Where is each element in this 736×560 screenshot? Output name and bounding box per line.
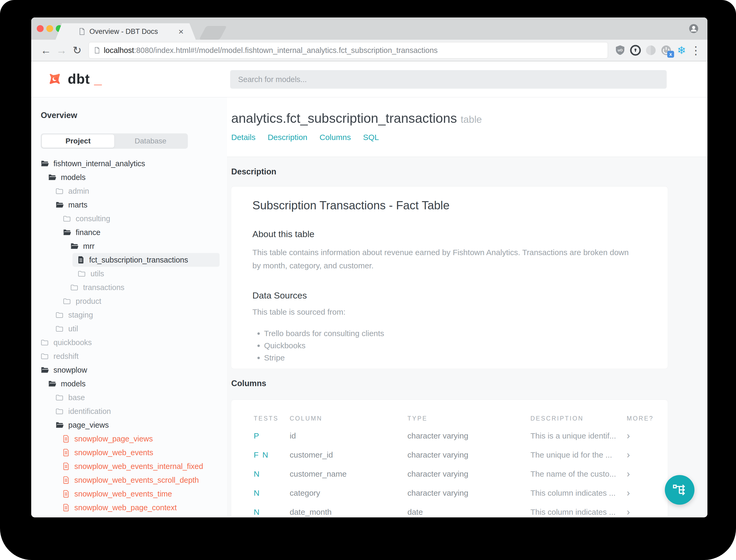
data-sources-list: Trello boards for consulting clientsQuic…	[253, 327, 647, 364]
project-database-toggle: Project Database	[41, 133, 188, 149]
tree-item-models[interactable]: models	[31, 170, 227, 184]
back-button-icon[interactable]: ←	[38, 45, 54, 56]
more-chevron-icon[interactable]: ›	[627, 468, 645, 480]
tree-item-label: snowplow_web_events_internal_fixed	[74, 462, 203, 471]
tree-item-snowplow_web_events_scroll_depth[interactable]: snowplow_web_events_scroll_depth	[31, 473, 227, 487]
tree-item-fishtown_internal_analytics[interactable]: fishtown_internal_analytics	[31, 157, 227, 170]
column-row-customer_id[interactable]: F Ncustomer_idcharacter varyingThe uniqu…	[254, 445, 645, 464]
tests-cell: P	[254, 431, 290, 440]
column-row-customer_name[interactable]: Ncustomer_namecharacter varyingThe name …	[254, 464, 645, 484]
search-input[interactable]	[230, 70, 667, 89]
tab-database[interactable]: Database	[114, 134, 187, 148]
tree-item-base[interactable]: base	[31, 391, 227, 404]
tree-item-snowplow_page_views[interactable]: snowplow_page_views	[31, 432, 227, 446]
folder-closed-icon	[56, 408, 64, 415]
tree-item-snowplow_web_events_internal_fixed[interactable]: snowplow_web_events_internal_fixed	[31, 459, 227, 473]
folder-closed-icon	[56, 394, 64, 401]
close-window-button[interactable]	[37, 25, 44, 32]
tab-project[interactable]: Project	[42, 134, 114, 148]
tree-item-quickbooks[interactable]: quickbooks	[31, 336, 227, 349]
folder-closed-icon	[63, 215, 71, 222]
tree-item-snowplow_web_page_context[interactable]: snowplow_web_page_context	[31, 501, 227, 514]
dbt-logo-cursor: _	[94, 71, 102, 87]
data-source-item: Trello boards for consulting clients	[264, 327, 647, 340]
browser-tab-strip: Overview - DBT Docs ×	[31, 17, 707, 40]
tree-item-transactions[interactable]: transactions	[31, 281, 227, 294]
type-cell: character varying	[407, 469, 530, 478]
tree-item-snowplow_web_events[interactable]: snowplow_web_events	[31, 446, 227, 459]
dbt-logo[interactable]: dbt_	[46, 70, 102, 88]
page-title-badge: table	[460, 114, 482, 125]
nav-link-columns[interactable]: Columns	[320, 133, 351, 142]
folder-open-icon	[70, 243, 78, 250]
about-heading: About this table	[253, 228, 647, 240]
folder-closed-icon	[78, 270, 86, 277]
tree-item-util[interactable]: util	[31, 322, 227, 336]
window-controls	[37, 25, 63, 32]
tree-item-fct_subscription_transactions[interactable]: fct_subscription_transactions	[73, 253, 220, 267]
tree-item-staging[interactable]: staging	[31, 308, 227, 322]
new-tab-button[interactable]	[199, 26, 227, 40]
ublock-extension-icon[interactable]: uO	[613, 43, 627, 57]
tree-item-consulting[interactable]: consulting	[31, 212, 227, 225]
tree-item-identification[interactable]: identification	[31, 404, 227, 418]
sidebar: Overview Project Database fishtown_inter…	[31, 97, 227, 517]
tree-item-snowplow_web_events_time[interactable]: snowplow_web_events_time	[31, 487, 227, 501]
browser-tab[interactable]: Overview - DBT Docs ×	[56, 23, 196, 40]
tree-item-mrr[interactable]: mrr	[31, 239, 227, 253]
svg-text:uO: uO	[618, 48, 623, 52]
extension-icons: uO x ❄ ⋮	[613, 43, 702, 57]
tree-item-redshift[interactable]: redshift	[31, 349, 227, 363]
nav-link-sql[interactable]: SQL	[363, 133, 379, 142]
tree-item-label: models	[61, 380, 86, 388]
description-card: Subscription Transactions - Fact Table A…	[231, 187, 668, 369]
browser-menu-icon[interactable]: ⋮	[690, 44, 702, 57]
tree-item-snowplow[interactable]: snowplow	[31, 363, 227, 377]
gray-circle-extension-icon[interactable]	[644, 43, 658, 57]
column-row-category[interactable]: Ncategorycharacter varyingThis column in…	[254, 484, 645, 503]
data-sources-intro: This table is sourced from:	[253, 306, 647, 318]
lineage-graph-button[interactable]	[665, 475, 694, 505]
folder-open-icon	[41, 160, 49, 167]
about-text: This table contains information about re…	[253, 246, 633, 272]
tab-close-icon[interactable]: ×	[178, 27, 184, 36]
more-chevron-icon[interactable]: ›	[627, 507, 645, 517]
dbt-logo-text: dbt	[68, 71, 90, 87]
tree-item-label: snowplow_web_events_scroll_depth	[74, 476, 199, 485]
tree-item-label: models	[61, 173, 86, 182]
tree-item-admin[interactable]: admin	[31, 184, 227, 198]
minimize-window-button[interactable]	[46, 25, 53, 32]
more-chevron-icon[interactable]: ›	[627, 449, 645, 460]
address-bar[interactable]: localhost:8080/index.html#!/model/model.…	[89, 42, 608, 58]
reload-button-icon[interactable]: ↻	[69, 45, 85, 56]
snowflake-extension-icon[interactable]: ❄	[675, 43, 688, 57]
type-cell: date	[407, 508, 530, 517]
data-source-item: Stripe	[264, 352, 647, 364]
description-section-label: Description	[231, 167, 707, 177]
profile-icon[interactable]	[689, 24, 698, 34]
column-row-id[interactable]: Pidcharacter varyingThis is a unique ide…	[254, 426, 645, 445]
tree-item-product[interactable]: product	[31, 294, 227, 308]
nav-link-description[interactable]: Description	[268, 133, 308, 142]
url-host: localhost	[104, 46, 134, 55]
tree-item-page_views[interactable]: page_views	[31, 418, 227, 432]
description-cell: This column indicates ...	[530, 508, 627, 517]
column-row-date_month[interactable]: Ndate_monthdateThis column indicates ...…	[254, 503, 645, 517]
more-chevron-icon[interactable]: ›	[627, 430, 645, 441]
tree-item-marts[interactable]: marts	[31, 198, 227, 212]
folder-open-icon	[63, 229, 71, 236]
power-extension-icon[interactable]: x	[659, 43, 673, 57]
nav-link-details[interactable]: Details	[231, 133, 256, 142]
tree-item-utils[interactable]: utils	[31, 267, 227, 281]
more-chevron-icon[interactable]: ›	[627, 487, 645, 499]
sidebar-heading: Overview	[41, 111, 227, 120]
tree-item-label: util	[68, 324, 78, 333]
lineage-graph-icon	[671, 482, 688, 498]
onepassword-extension-icon[interactable]	[629, 43, 642, 57]
tree-item-finance[interactable]: finance	[31, 225, 227, 239]
forward-button-icon[interactable]: →	[54, 45, 69, 56]
folder-closed-icon	[56, 188, 64, 195]
tree-item-models[interactable]: models	[31, 377, 227, 391]
url-path: :8080/index.html#!/model/model.fishtown_…	[134, 46, 438, 55]
column-name-cell: customer_name	[290, 469, 407, 478]
